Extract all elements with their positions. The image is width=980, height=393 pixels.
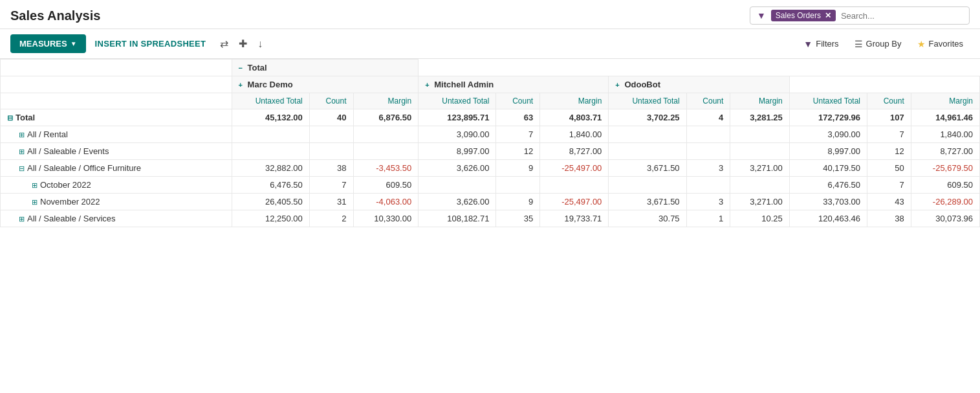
marc-margin-col: Margin bbox=[353, 93, 419, 109]
data-cell: 40 bbox=[309, 109, 353, 126]
data-cell: 3,271.00 bbox=[730, 194, 789, 210]
marc-expand-icon[interactable]: + bbox=[239, 81, 243, 89]
search-tag-label: Sales Orders bbox=[776, 11, 821, 20]
data-cell: 12,250.00 bbox=[232, 210, 309, 227]
data-cell bbox=[730, 126, 789, 143]
data-cell bbox=[686, 126, 730, 143]
expand-icon-button[interactable]: ✚ bbox=[234, 34, 252, 53]
data-cell: 63 bbox=[496, 109, 540, 126]
expand-row-icon[interactable]: ⊞ bbox=[32, 198, 38, 206]
data-cell: 33,703.00 bbox=[789, 194, 867, 210]
data-cell: 6,476.50 bbox=[232, 177, 309, 194]
table-row: ⊞All / Rental3,090.0071,840.003,090.0071… bbox=[1, 126, 980, 143]
data-cell: 7 bbox=[867, 177, 911, 194]
data-cell bbox=[609, 143, 686, 160]
data-cell bbox=[730, 177, 789, 194]
row-label-text: All / Saleable / Services bbox=[27, 214, 116, 223]
search-tag[interactable]: Sales Orders ✕ bbox=[771, 10, 836, 21]
data-cell: -25,679.50 bbox=[911, 160, 979, 177]
data-cell: 38 bbox=[309, 160, 353, 177]
favorites-button[interactable]: ★ Favorites bbox=[911, 36, 970, 52]
expand-row-icon[interactable]: ⊞ bbox=[32, 181, 38, 189]
odoobot-expand-icon[interactable]: + bbox=[615, 81, 619, 89]
data-cell: 3,271.00 bbox=[730, 160, 789, 177]
expand-row-icon[interactable]: ⊞ bbox=[19, 148, 25, 155]
data-cell: 3,671.50 bbox=[609, 160, 686, 177]
marc-demo-header: + Marc Demo bbox=[232, 76, 419, 93]
swap-icon-button[interactable]: ⇄ bbox=[215, 34, 234, 53]
mitchell-expand-icon[interactable]: + bbox=[425, 81, 429, 89]
empty-corner2 bbox=[1, 76, 232, 93]
mitchell-untaxed-col: Untaxed Total bbox=[419, 93, 496, 109]
data-cell: 9 bbox=[496, 160, 540, 177]
header-bar: Sales Analysis ▼ Sales Orders ✕ bbox=[0, 0, 980, 29]
table-row: ⊞All / Saleable / Services12,250.00210,3… bbox=[1, 210, 980, 227]
data-cell: 609.50 bbox=[353, 177, 419, 194]
data-cell: 8,997.00 bbox=[789, 143, 867, 160]
data-cell: 3,090.00 bbox=[419, 126, 496, 143]
group-name-row: + Marc Demo + Mitchell Admin + OdooBot bbox=[1, 76, 980, 93]
row-label-text: November 2022 bbox=[40, 197, 100, 207]
data-cell: 123,895.71 bbox=[419, 109, 496, 126]
insert-spreadsheet-button[interactable]: INSERT IN SPREADSHEET bbox=[86, 34, 215, 53]
group-header-row: − Total bbox=[1, 60, 980, 76]
data-cell: 31 bbox=[309, 194, 353, 210]
data-cell: 609.50 bbox=[911, 177, 979, 194]
data-cell: 45,132.00 bbox=[232, 109, 309, 126]
data-cell: 4,803.71 bbox=[540, 109, 609, 126]
pivot-table: − Total + Marc Demo + Mitchell Admin bbox=[0, 59, 980, 227]
download-icon-button[interactable]: ↓ bbox=[252, 35, 268, 53]
data-cell: 3,626.00 bbox=[419, 160, 496, 177]
row-label-cell: ⊞All / Saleable / Events bbox=[1, 143, 232, 160]
data-cell: 26,405.50 bbox=[232, 194, 309, 210]
data-cell bbox=[353, 126, 419, 143]
data-cell: 4 bbox=[686, 109, 730, 126]
toolbar-right: ▼ Filters ☰ Group By ★ Favorites bbox=[797, 36, 970, 52]
data-cell: 107 bbox=[867, 109, 911, 126]
data-cell bbox=[496, 177, 540, 194]
collapse-row-icon[interactable]: ⊟ bbox=[7, 114, 13, 122]
data-cell: -25,497.00 bbox=[540, 194, 609, 210]
data-cell: 1,840.00 bbox=[540, 126, 609, 143]
data-cell: 12 bbox=[496, 143, 540, 160]
data-cell bbox=[686, 143, 730, 160]
odoobot-margin-col: Margin bbox=[730, 93, 789, 109]
data-cell bbox=[540, 177, 609, 194]
total-collapse-icon[interactable]: − bbox=[239, 64, 243, 72]
marc-count-col: Count bbox=[309, 93, 353, 109]
data-cell: 7 bbox=[867, 126, 911, 143]
filter-icon: ▼ bbox=[803, 39, 812, 49]
data-cell: 120,463.46 bbox=[789, 210, 867, 227]
empty-corner bbox=[1, 60, 232, 76]
mitchell-count-col: Count bbox=[496, 93, 540, 109]
filters-button[interactable]: ▼ Filters bbox=[797, 36, 845, 52]
data-cell bbox=[730, 143, 789, 160]
data-cell: 30,073.96 bbox=[911, 210, 979, 227]
data-cell: 10.25 bbox=[730, 210, 789, 227]
data-cell bbox=[419, 177, 496, 194]
pivot-table-container: − Total + Marc Demo + Mitchell Admin bbox=[0, 59, 980, 227]
data-cell: -25,497.00 bbox=[540, 160, 609, 177]
groupby-icon: ☰ bbox=[855, 39, 863, 49]
row-label-text: All / Rental bbox=[27, 129, 68, 139]
filter-tag-icon: ▼ bbox=[757, 10, 766, 21]
expand-row-icon[interactable]: ⊞ bbox=[19, 131, 25, 139]
toolbar: MEASURES ▼ INSERT IN SPREADSHEET ⇄ ✚ ↓ ▼… bbox=[0, 29, 980, 59]
expand-row-icon[interactable]: ⊞ bbox=[19, 215, 25, 223]
odoobot-untaxed-col: Untaxed Total bbox=[609, 93, 686, 109]
row-label-text: October 2022 bbox=[40, 180, 91, 190]
search-input[interactable] bbox=[841, 11, 963, 21]
marc-untaxed-col: Untaxed Total bbox=[232, 93, 309, 109]
data-cell: 35 bbox=[496, 210, 540, 227]
remove-tag-icon[interactable]: ✕ bbox=[825, 11, 831, 20]
row-label-cell: ⊞All / Saleable / Services bbox=[1, 210, 232, 227]
data-cell: -3,453.50 bbox=[353, 160, 419, 177]
row-label-cell: ⊟All / Saleable / Office Furniture bbox=[1, 160, 232, 177]
collapse-row-icon[interactable]: ⊟ bbox=[19, 164, 25, 172]
measures-button[interactable]: MEASURES ▼ bbox=[10, 34, 86, 53]
data-cell: 32,882.00 bbox=[232, 160, 309, 177]
row-label-cell: ⊟Total bbox=[1, 109, 232, 126]
data-cell: 6,876.50 bbox=[353, 109, 419, 126]
empty-col bbox=[1, 93, 232, 109]
groupby-button[interactable]: ☰ Group By bbox=[848, 36, 908, 52]
